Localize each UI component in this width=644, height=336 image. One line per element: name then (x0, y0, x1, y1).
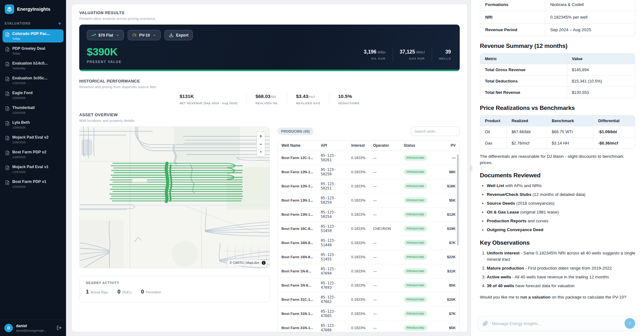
well-row[interactable]: Bost Farm 1N-8... 05-123-47693 0.1823% —… (278, 278, 459, 293)
compass-button[interactable] (257, 148, 265, 156)
info-icon[interactable] (261, 260, 266, 265)
search-wells-input[interactable] (411, 127, 460, 136)
col-api[interactable]: API (317, 140, 347, 151)
status-badge: PRODUCING (404, 325, 427, 331)
valuation-results-section: VALUATION RESULTS Present value analysis… (79, 10, 460, 71)
evaluation-title: Evaluation b14c0... (12, 61, 48, 65)
evaluation-item[interactable]: Evaluation b14c0... Yesterday (3, 59, 64, 72)
col-well-name[interactable]: Well Name (278, 140, 317, 151)
document-icon (5, 32, 10, 37)
well-row[interactable]: Bost Farm 13N-1... 05-123-50254 0.1823% … (278, 208, 459, 222)
logout-icon[interactable] (56, 325, 62, 331)
evaluation-item[interactable]: Mojack Pad Eval v2 1/29/2026 (3, 133, 64, 146)
question-prefix: Would you like me to (480, 295, 520, 299)
chat-message-input[interactable] (492, 321, 621, 326)
well-api: 05-123-47665 (317, 307, 347, 321)
user-email: daniel@energyinsigh... (16, 329, 53, 332)
paperclip-icon[interactable] (483, 321, 488, 326)
evaluation-title: Thunderball (12, 105, 35, 110)
evaluation-title: Colorado PDP Pac... (12, 31, 50, 36)
property-row: NRI 0.182345% per well (480, 11, 635, 24)
well-row[interactable]: Bost Farm 13N-1... 05-123-50259 0.1823% … (278, 193, 459, 208)
well-row[interactable]: Bost Farm 31C-1... 05-123-47662 0.1823% … (278, 293, 459, 307)
historical-stat: $131K NET REVENUE (Sep 2024 - Aug 2025) (171, 94, 247, 105)
well-pv: $12K (436, 208, 459, 222)
status-badge: PRODUCING (404, 169, 427, 175)
well-name: Bost Farm 16N-8... (278, 250, 317, 264)
well-api: 05-123-47666 (317, 321, 347, 333)
well-pv: $11K (436, 264, 459, 278)
col-product: Product (480, 116, 507, 126)
well-row[interactable]: Bost Farm 16N-8... 05-123-51455 0.1823% … (278, 250, 459, 264)
document-item-bold: Oil & Gas Lease (487, 210, 519, 214)
well-row[interactable]: Bost Farm 12C-1... 05-123-50261 0.1823% … (278, 151, 459, 165)
hero-stat-value: 3,196 (364, 49, 376, 54)
evaluation-item[interactable]: Eagle Ford 1/29/2026 (3, 88, 64, 102)
nearby-stat-label: Permitted (146, 290, 161, 294)
well-map[interactable]: + − © CARTO | MapLibre (79, 127, 270, 268)
evaluation-item[interactable]: PDP Greeley Deal Today (3, 44, 64, 57)
add-evaluation-button[interactable]: + (58, 21, 61, 26)
well-interest: 0.1823% (347, 165, 369, 179)
col-metric: Metric (480, 54, 567, 64)
export-button[interactable]: Export (164, 30, 193, 40)
discount-rate-dropdown[interactable]: PV-10 (128, 30, 161, 40)
well-row[interactable]: Bost Farm 31N-1... 05-123-47666 0.1823% … (278, 321, 459, 333)
chevron-down-icon (153, 33, 156, 37)
asset-overview-subtitle: Well locations and property details (79, 119, 460, 122)
evaluation-item[interactable]: Mojack Pad Eval v1 1/29/2026 (3, 162, 64, 176)
evaluation-date: Today (12, 37, 50, 40)
status-badge: PRODUCING (404, 268, 427, 274)
observation-item-bold: 39 of 40 wells (487, 283, 514, 288)
user-profile[interactable]: D daniel daniel@energyinsigh... (0, 320, 66, 336)
col-status[interactable]: Status (400, 140, 436, 151)
historical-stat-value: $68.03 (256, 94, 270, 99)
col-pv[interactable]: PV (436, 140, 459, 151)
historical-stat-unit: /mcf (308, 95, 315, 99)
well-pv: $5K (436, 278, 459, 293)
send-button[interactable]: ↑ (625, 318, 635, 329)
pricing-scenario-dropdown[interactable]: $70 Flat (87, 30, 124, 40)
producing-filter-chip[interactable]: PRODUCING (40) (277, 128, 314, 135)
price-realizations-title: Price Realizations vs Benchmarks (480, 105, 635, 111)
col-interest[interactable]: Interest (347, 140, 369, 151)
zoom-out-button[interactable]: − (257, 140, 265, 148)
evaluation-text: Bost Farm PDP v2 1/29/2026 (12, 150, 46, 159)
status-badge: PRODUCING (404, 311, 427, 316)
evaluation-item[interactable]: Bost Farm PDP v1 1/29/2026 (3, 177, 64, 191)
well-pv: $5K (436, 193, 459, 208)
evaluation-item[interactable]: Bost Farm PDP v2 1/29/2026 (3, 148, 64, 161)
well-name: Bost Farm 1N-8... (278, 278, 317, 293)
document-icon (5, 121, 10, 126)
price-product: Oil (480, 126, 507, 137)
evaluation-item[interactable]: Thunderball 1/29/2026 (3, 103, 64, 117)
well-name: Bost Farm 16N-8... (278, 236, 317, 250)
col-operator[interactable]: Operator (369, 140, 400, 151)
hero-stat-label: GAS EUR (400, 57, 425, 60)
well-row[interactable]: Bost Farm 16N-8... 05-123-51448 0.1823% … (278, 236, 459, 250)
present-value-block: $390K PRESENT VALUE (87, 46, 122, 64)
property-row: Formations Niobrara & Codell (480, 0, 635, 11)
property-label: Formations (480, 0, 545, 11)
evaluation-item[interactable]: Colorado PDP Pac... Today (3, 29, 64, 43)
well-row[interactable]: Bost Farm 31N-1... 05-123-47665 0.1823% … (278, 307, 459, 321)
well-row[interactable]: Bost Farm 12N-1... 05-123-50251 0.1823% … (278, 179, 459, 193)
evaluation-item[interactable]: Evaluation 3c05c... 1/30/2026 (3, 74, 64, 87)
property-value: 0.182345% per well (545, 11, 635, 24)
well-row[interactable]: Bost Farm 1N-8... 05-123-47694 0.1823% —… (278, 264, 459, 278)
table-scrollbar[interactable] (457, 154, 459, 246)
panel-resize-handle[interactable]: :: (469, 165, 472, 172)
well-row[interactable]: Bost Farm 16C-8... 05-123-51450 0.1823% … (278, 222, 459, 236)
document-item-rest: with APIs and NRIs (504, 183, 541, 188)
well-status: PRODUCING (400, 236, 436, 250)
evaluation-text: Eagle Ford 1/29/2026 (12, 91, 33, 100)
evaluation-item[interactable]: Lyla Beth 1/29/2026 (3, 118, 64, 131)
well-interest: 0.1823% (347, 208, 369, 222)
observation-item: Uniform interest - Same 0.182345% NRI ac… (487, 250, 635, 262)
nearby-stat-value: 1 (86, 289, 89, 295)
well-row[interactable]: Bost Farm 12N-1... 05-123-50250 0.1823% … (278, 165, 459, 179)
revenue-summary-table: Metric Value Total Gross Revenue $145,89… (480, 53, 635, 98)
evaluation-title: Lyla Beth (12, 120, 30, 125)
zoom-in-button[interactable]: + (257, 132, 265, 140)
assistant-messages[interactable]: Formations Niobrara & Codell NRI 0.18234… (471, 0, 644, 313)
